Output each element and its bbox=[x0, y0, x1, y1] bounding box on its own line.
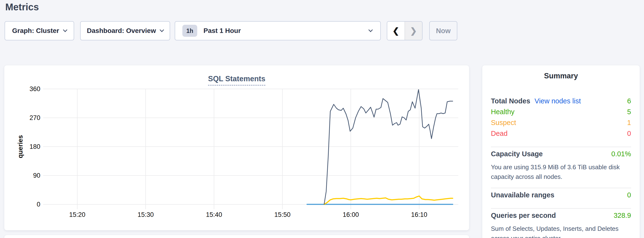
y-axis-label: queries bbox=[17, 135, 24, 158]
queries-per-second-label: Queries per second bbox=[491, 211, 556, 219]
unavailable-ranges-label: Unavailable ranges bbox=[491, 191, 554, 199]
x-tick-label: 16:10 bbox=[411, 211, 427, 218]
chevron-down-icon bbox=[160, 28, 164, 32]
chart-title-wrap: SQL Statements bbox=[4, 74, 469, 86]
chevron-left-icon: ❮ bbox=[392, 26, 400, 36]
x-tick-label: 16:00 bbox=[343, 211, 359, 218]
queries-per-second-row: Queries per second 328.9 bbox=[491, 211, 631, 222]
y-tick-label: 180 bbox=[30, 143, 40, 150]
divider bbox=[491, 188, 631, 188]
capacity-usage-description: You are using 315.9 MiB of 3.6 TiB usabl… bbox=[491, 162, 631, 181]
next-time-button[interactable]: ❯ bbox=[404, 22, 422, 40]
y-tick-label: 90 bbox=[33, 172, 40, 179]
toolbar: Graph: Cluster Dashboard: Overview 1h Pa… bbox=[4, 21, 457, 40]
dashboard-dropdown[interactable]: Dashboard: Overview bbox=[80, 21, 170, 40]
node-status-row: Suspect1 bbox=[491, 119, 631, 130]
capacity-usage-value: 0.01% bbox=[611, 150, 631, 158]
unavailable-ranges-value: 0 bbox=[627, 191, 631, 199]
chart-title[interactable]: SQL Statements bbox=[208, 74, 265, 86]
time-range-badge: 1h bbox=[182, 25, 197, 37]
node-status-row: Dead0 bbox=[491, 130, 631, 140]
node-status-label: Healthy bbox=[491, 108, 514, 116]
prev-time-button[interactable]: ❮ bbox=[387, 22, 404, 40]
series-navy-line bbox=[324, 90, 453, 204]
y-tick-label: 270 bbox=[30, 114, 40, 122]
summary-title: Summary bbox=[491, 72, 631, 80]
capacity-usage-label: Capacity Usage bbox=[491, 150, 543, 158]
y-tick-label: 0 bbox=[37, 201, 40, 208]
x-tick-label: 15:50 bbox=[274, 211, 290, 218]
y-tick-label: 360 bbox=[30, 85, 40, 92]
summary-panel: Summary Total Nodes View nodes list 6 He… bbox=[482, 65, 640, 238]
node-status-row: Healthy5 bbox=[491, 108, 631, 119]
x-tick-label: 15:20 bbox=[69, 211, 86, 218]
queries-per-second-description: Sum of Selects, Updates, Inserts, and De… bbox=[491, 224, 631, 238]
time-range-dropdown[interactable]: 1h Past 1 Hour bbox=[175, 21, 381, 40]
x-tick-label: 15:40 bbox=[206, 211, 222, 218]
total-nodes-value: 6 bbox=[627, 97, 631, 105]
node-status-value: 5 bbox=[627, 108, 631, 116]
chevron-right-icon: ❯ bbox=[410, 26, 417, 36]
unavailable-ranges-row: Unavailable ranges 0 bbox=[491, 191, 631, 202]
divider bbox=[491, 147, 631, 147]
total-nodes-label: Total Nodes bbox=[491, 97, 530, 105]
now-button[interactable]: Now bbox=[429, 21, 457, 40]
time-range-label: Past 1 Hour bbox=[204, 27, 241, 35]
sql-statements-chart-card: 09018027036015:2015:3015:4015:5016:0016:… bbox=[4, 65, 469, 230]
chevron-down-icon bbox=[63, 28, 67, 32]
node-status-label: Dead bbox=[491, 130, 508, 138]
total-nodes-row: Total Nodes View nodes list 6 bbox=[491, 97, 631, 108]
node-status-rows: Healthy5Suspect1Dead0 bbox=[491, 108, 631, 140]
dashboard-dropdown-label: Dashboard: Overview bbox=[87, 27, 156, 35]
node-status-value: 1 bbox=[627, 119, 631, 127]
node-status-value: 0 bbox=[627, 130, 631, 138]
graph-dropdown-label: Graph: Cluster bbox=[12, 27, 59, 35]
chevron-down-icon bbox=[368, 28, 373, 32]
graph-dropdown[interactable]: Graph: Cluster bbox=[4, 21, 74, 40]
sql-statements-chart: 09018027036015:2015:3015:4015:5016:0016:… bbox=[4, 65, 469, 230]
page-title: Metrics bbox=[5, 0, 39, 14]
time-step-button-group: ❮ ❯ bbox=[387, 21, 422, 40]
capacity-usage-row: Capacity Usage 0.01% bbox=[491, 150, 631, 161]
view-nodes-list-link[interactable]: View nodes list bbox=[534, 97, 581, 105]
x-tick-label: 15:30 bbox=[138, 211, 154, 218]
next-chart-card bbox=[4, 235, 469, 238]
divider bbox=[491, 208, 631, 209]
node-status-label: Suspect bbox=[491, 119, 516, 127]
series-yellow-line bbox=[324, 196, 453, 204]
queries-per-second-value: 328.9 bbox=[614, 211, 631, 219]
